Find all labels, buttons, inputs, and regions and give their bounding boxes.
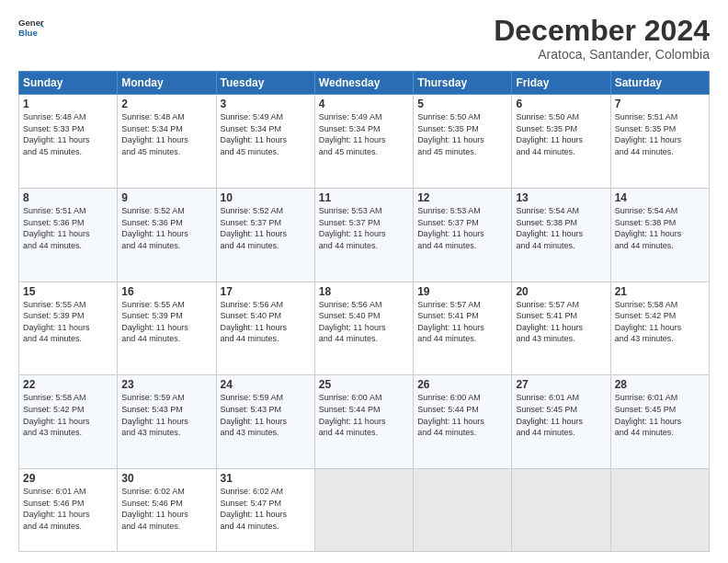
day-info: Sunrise: 5:57 AM Sunset: 5:41 PM Dayligh… (516, 299, 606, 345)
calendar-day-cell: 14Sunrise: 5:54 AM Sunset: 5:38 PM Dayli… (610, 188, 709, 282)
day-info: Sunrise: 5:48 AM Sunset: 5:34 PM Dayligh… (121, 111, 211, 157)
calendar-day-cell: 5Sunrise: 5:50 AM Sunset: 5:35 PM Daylig… (414, 95, 512, 189)
day-number: 7 (615, 98, 705, 110)
day-info: Sunrise: 6:00 AM Sunset: 5:44 PM Dayligh… (417, 392, 507, 438)
calendar-week-row: 29Sunrise: 6:01 AM Sunset: 5:46 PM Dayli… (19, 469, 710, 552)
calendar-day-header: Saturday (610, 72, 709, 95)
calendar-day-header: Monday (118, 72, 216, 95)
calendar-day-cell: 22Sunrise: 5:58 AM Sunset: 5:42 PM Dayli… (19, 375, 118, 469)
day-number: 18 (319, 285, 409, 298)
calendar-day-cell: 2Sunrise: 5:48 AM Sunset: 5:34 PM Daylig… (118, 95, 216, 189)
calendar-day-cell: 11Sunrise: 5:53 AM Sunset: 5:37 PM Dayli… (314, 188, 413, 282)
logo: General Blue (18, 15, 44, 40)
calendar-day-cell: 4Sunrise: 5:49 AM Sunset: 5:34 PM Daylig… (314, 95, 413, 189)
day-number: 12 (417, 191, 507, 204)
day-info: Sunrise: 5:56 AM Sunset: 5:40 PM Dayligh… (221, 299, 311, 345)
calendar-day-cell: 8Sunrise: 5:51 AM Sunset: 5:36 PM Daylig… (19, 188, 118, 282)
day-info: Sunrise: 6:01 AM Sunset: 5:46 PM Dayligh… (23, 486, 113, 532)
day-number: 20 (516, 285, 606, 298)
calendar-week-row: 15Sunrise: 5:55 AM Sunset: 5:39 PM Dayli… (19, 282, 710, 375)
day-info: Sunrise: 6:02 AM Sunset: 5:46 PM Dayligh… (121, 486, 211, 532)
day-number: 13 (516, 191, 606, 204)
day-info: Sunrise: 5:53 AM Sunset: 5:37 PM Dayligh… (319, 205, 409, 251)
day-number: 21 (615, 285, 705, 298)
calendar-day-cell: 3Sunrise: 5:49 AM Sunset: 5:34 PM Daylig… (216, 95, 314, 189)
day-number: 17 (221, 285, 311, 298)
day-info: Sunrise: 5:55 AM Sunset: 5:39 PM Dayligh… (23, 299, 113, 345)
day-number: 11 (319, 191, 409, 204)
title-block: December 2024 Aratoca, Santander, Colomb… (494, 15, 710, 62)
calendar-day-cell: 9Sunrise: 5:52 AM Sunset: 5:36 PM Daylig… (118, 188, 216, 282)
calendar-day-cell: 18Sunrise: 5:56 AM Sunset: 5:40 PM Dayli… (314, 282, 413, 375)
day-info: Sunrise: 5:57 AM Sunset: 5:41 PM Dayligh… (417, 299, 507, 345)
calendar-day-cell: 26Sunrise: 6:00 AM Sunset: 5:44 PM Dayli… (414, 375, 512, 469)
day-info: Sunrise: 5:59 AM Sunset: 5:43 PM Dayligh… (221, 392, 311, 438)
day-info: Sunrise: 5:59 AM Sunset: 5:43 PM Dayligh… (121, 392, 211, 438)
day-number: 22 (23, 378, 113, 391)
calendar-day-header: Thursday (414, 72, 512, 95)
day-info: Sunrise: 5:48 AM Sunset: 5:33 PM Dayligh… (23, 111, 113, 157)
day-number: 4 (319, 98, 409, 110)
calendar-day-cell: 27Sunrise: 6:01 AM Sunset: 5:45 PM Dayli… (512, 375, 610, 469)
calendar-day-cell: 25Sunrise: 6:00 AM Sunset: 5:44 PM Dayli… (314, 375, 413, 469)
calendar-day-cell: 29Sunrise: 6:01 AM Sunset: 5:46 PM Dayli… (19, 469, 118, 552)
day-info: Sunrise: 5:58 AM Sunset: 5:42 PM Dayligh… (615, 299, 705, 345)
day-info: Sunrise: 5:53 AM Sunset: 5:37 PM Dayligh… (417, 205, 507, 251)
calendar-day-cell: 30Sunrise: 6:02 AM Sunset: 5:46 PM Dayli… (118, 469, 216, 552)
day-info: Sunrise: 5:51 AM Sunset: 5:36 PM Dayligh… (23, 205, 113, 251)
day-number: 19 (417, 285, 507, 298)
calendar-day-cell: 1Sunrise: 5:48 AM Sunset: 5:33 PM Daylig… (19, 95, 118, 189)
calendar-table: SundayMondayTuesdayWednesdayThursdayFrid… (18, 71, 710, 552)
day-info: Sunrise: 5:49 AM Sunset: 5:34 PM Dayligh… (221, 111, 311, 157)
day-info: Sunrise: 5:56 AM Sunset: 5:40 PM Dayligh… (319, 299, 409, 345)
day-number: 15 (23, 285, 113, 298)
day-number: 23 (121, 378, 211, 391)
day-number: 5 (417, 98, 507, 110)
calendar-day-cell: 19Sunrise: 5:57 AM Sunset: 5:41 PM Dayli… (414, 282, 512, 375)
day-info: Sunrise: 5:55 AM Sunset: 5:39 PM Dayligh… (121, 299, 211, 345)
day-number: 6 (516, 98, 606, 110)
day-info: Sunrise: 5:50 AM Sunset: 5:35 PM Dayligh… (417, 111, 507, 157)
main-title: December 2024 (494, 15, 710, 47)
day-number: 10 (221, 191, 311, 204)
day-number: 16 (121, 285, 211, 298)
calendar-day-header: Tuesday (216, 72, 314, 95)
day-info: Sunrise: 5:54 AM Sunset: 5:38 PM Dayligh… (615, 205, 705, 251)
calendar-week-row: 1Sunrise: 5:48 AM Sunset: 5:33 PM Daylig… (19, 95, 710, 189)
calendar-day-cell: 10Sunrise: 5:52 AM Sunset: 5:37 PM Dayli… (216, 188, 314, 282)
day-info: Sunrise: 5:52 AM Sunset: 5:37 PM Dayligh… (221, 205, 311, 251)
day-info: Sunrise: 6:00 AM Sunset: 5:44 PM Dayligh… (319, 392, 409, 438)
day-number: 26 (417, 378, 507, 391)
calendar-day-cell (414, 469, 512, 552)
calendar-day-cell: 13Sunrise: 5:54 AM Sunset: 5:38 PM Dayli… (512, 188, 610, 282)
calendar-day-cell: 17Sunrise: 5:56 AM Sunset: 5:40 PM Dayli… (216, 282, 314, 375)
day-number: 14 (615, 191, 705, 204)
subtitle: Aratoca, Santander, Colombia (494, 47, 710, 62)
calendar-day-cell (610, 469, 709, 552)
day-number: 27 (516, 378, 606, 391)
calendar-day-cell: 21Sunrise: 5:58 AM Sunset: 5:42 PM Dayli… (610, 282, 709, 375)
day-info: Sunrise: 5:50 AM Sunset: 5:35 PM Dayligh… (516, 111, 606, 157)
calendar-day-cell: 23Sunrise: 5:59 AM Sunset: 5:43 PM Dayli… (118, 375, 216, 469)
calendar-day-cell (512, 469, 610, 552)
svg-text:Blue: Blue (18, 28, 38, 38)
calendar-day-cell (314, 469, 413, 552)
day-number: 31 (221, 472, 311, 485)
day-number: 8 (23, 191, 113, 204)
day-info: Sunrise: 5:49 AM Sunset: 5:34 PM Dayligh… (319, 111, 409, 157)
day-number: 1 (23, 98, 113, 110)
logo-icon: General Blue (18, 15, 44, 40)
day-info: Sunrise: 6:01 AM Sunset: 5:45 PM Dayligh… (615, 392, 705, 438)
calendar-day-cell: 20Sunrise: 5:57 AM Sunset: 5:41 PM Dayli… (512, 282, 610, 375)
day-number: 2 (121, 98, 211, 110)
page: General Blue December 2024 Aratoca, Sant… (0, 0, 728, 563)
day-number: 29 (23, 472, 113, 485)
calendar-day-cell: 12Sunrise: 5:53 AM Sunset: 5:37 PM Dayli… (414, 188, 512, 282)
day-info: Sunrise: 5:54 AM Sunset: 5:38 PM Dayligh… (516, 205, 606, 251)
calendar-header-row: SundayMondayTuesdayWednesdayThursdayFrid… (19, 72, 710, 95)
day-number: 28 (615, 378, 705, 391)
calendar-day-cell: 6Sunrise: 5:50 AM Sunset: 5:35 PM Daylig… (512, 95, 610, 189)
calendar-day-cell: 7Sunrise: 5:51 AM Sunset: 5:35 PM Daylig… (610, 95, 709, 189)
calendar-day-cell: 16Sunrise: 5:55 AM Sunset: 5:39 PM Dayli… (118, 282, 216, 375)
day-number: 24 (221, 378, 311, 391)
